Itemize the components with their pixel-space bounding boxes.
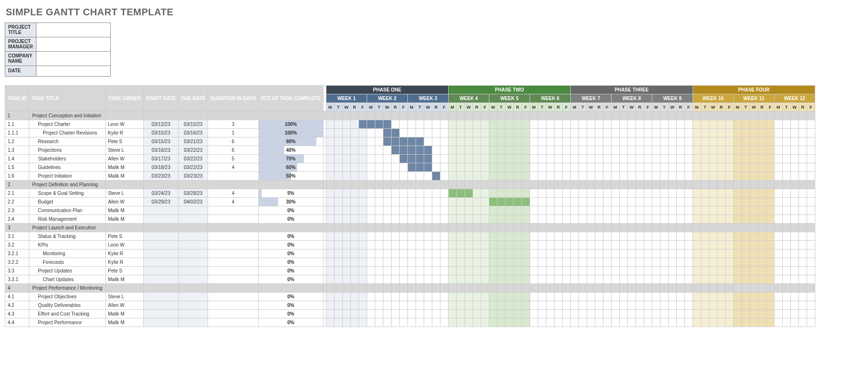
gantt-cell[interactable] <box>448 146 456 155</box>
gantt-cell[interactable] <box>799 163 807 172</box>
gantt-cell[interactable] <box>334 206 342 215</box>
gantt-cell[interactable] <box>521 172 530 181</box>
cell-task-id[interactable]: 3.3 <box>5 267 29 275</box>
gantt-cell[interactable] <box>440 258 448 267</box>
gantt-cell[interactable] <box>546 232 554 241</box>
gantt-cell[interactable] <box>342 232 350 241</box>
gantt-cell[interactable] <box>684 258 693 267</box>
gantt-cell[interactable] <box>456 232 464 241</box>
gantt-cell[interactable] <box>660 310 668 318</box>
gantt-cell[interactable] <box>448 241 456 249</box>
gantt-cell[interactable] <box>725 249 733 258</box>
gantt-cell[interactable] <box>570 172 579 181</box>
gantt-cell[interactable] <box>367 267 375 275</box>
gantt-cell[interactable] <box>758 275 766 284</box>
gantt-cell[interactable] <box>546 146 554 155</box>
gantt-cell[interactable] <box>521 215 530 224</box>
gantt-cell[interactable] <box>807 206 815 215</box>
gantt-cell[interactable] <box>782 129 790 137</box>
gantt-cell[interactable] <box>741 293 750 301</box>
gantt-cell[interactable] <box>750 249 758 258</box>
cell-pct-complete[interactable]: 50% <box>258 172 323 181</box>
gantt-cell[interactable] <box>782 155 790 163</box>
gantt-cell[interactable] <box>619 301 627 310</box>
gantt-cell[interactable] <box>416 137 424 146</box>
gantt-cell[interactable] <box>750 275 758 284</box>
gantt-cell[interactable] <box>652 198 660 206</box>
gantt-cell[interactable] <box>521 293 530 301</box>
gantt-cell[interactable] <box>595 146 603 155</box>
gantt-cell[interactable] <box>570 198 579 206</box>
gantt-cell[interactable] <box>587 198 595 206</box>
gantt-cell[interactable] <box>693 172 701 181</box>
gantt-cell[interactable] <box>481 310 489 318</box>
gantt-cell[interactable] <box>407 198 416 206</box>
gantt-cell[interactable] <box>766 120 774 129</box>
gantt-cell[interactable] <box>432 258 440 267</box>
gantt-cell[interactable] <box>530 129 538 137</box>
gantt-cell[interactable] <box>456 318 464 327</box>
gantt-cell[interactable] <box>473 198 481 206</box>
gantt-cell[interactable] <box>684 189 693 198</box>
gantt-cell[interactable] <box>350 318 359 327</box>
gantt-cell[interactable] <box>790 129 799 137</box>
gantt-cell[interactable] <box>383 120 391 129</box>
gantt-cell[interactable] <box>758 155 766 163</box>
gantt-cell[interactable] <box>473 163 481 172</box>
gantt-cell[interactable] <box>701 215 709 224</box>
gantt-cell[interactable] <box>342 258 350 267</box>
gantt-cell[interactable] <box>774 318 782 327</box>
gantt-cell[interactable] <box>497 310 505 318</box>
gantt-cell[interactable] <box>807 198 815 206</box>
gantt-cell[interactable] <box>383 275 391 284</box>
gantt-cell[interactable] <box>562 241 570 249</box>
gantt-cell[interactable] <box>416 198 424 206</box>
gantt-cell[interactable] <box>416 310 424 318</box>
gantt-cell[interactable] <box>579 249 587 258</box>
cell-task-title[interactable]: Projections <box>29 146 106 155</box>
gantt-cell[interactable] <box>546 301 554 310</box>
gantt-cell[interactable] <box>334 232 342 241</box>
gantt-cell[interactable] <box>758 198 766 206</box>
gantt-cell[interactable] <box>644 275 652 284</box>
gantt-cell[interactable] <box>570 163 579 172</box>
gantt-cell[interactable] <box>481 163 489 172</box>
gantt-cell[interactable] <box>497 215 505 224</box>
gantt-cell[interactable] <box>464 155 473 163</box>
gantt-cell[interactable] <box>750 129 758 137</box>
gantt-cell[interactable] <box>619 146 627 155</box>
gantt-cell[interactable] <box>342 293 350 301</box>
gantt-cell[interactable] <box>530 198 538 206</box>
gantt-cell[interactable] <box>587 129 595 137</box>
gantt-cell[interactable] <box>766 129 774 137</box>
gantt-cell[interactable] <box>627 198 636 206</box>
gantt-cell[interactable] <box>448 189 456 198</box>
gantt-cell[interactable] <box>725 232 733 241</box>
gantt-cell[interactable] <box>611 241 619 249</box>
gantt-cell[interactable] <box>391 301 399 310</box>
gantt-cell[interactable] <box>359 318 367 327</box>
gantt-cell[interactable] <box>774 163 782 172</box>
gantt-cell[interactable] <box>399 310 407 318</box>
cell-task-id[interactable]: 3.2.1 <box>5 249 29 258</box>
gantt-cell[interactable] <box>676 241 684 249</box>
gantt-cell[interactable] <box>350 146 359 155</box>
gantt-cell[interactable] <box>766 310 774 318</box>
cell-task-title[interactable]: KPIs <box>29 241 106 249</box>
gantt-cell[interactable] <box>782 301 790 310</box>
gantt-cell[interactable] <box>587 137 595 146</box>
gantt-cell[interactable] <box>334 301 342 310</box>
gantt-cell[interactable] <box>766 241 774 249</box>
gantt-cell[interactable] <box>505 301 513 310</box>
gantt-cell[interactable] <box>375 120 383 129</box>
gantt-cell[interactable] <box>717 120 725 129</box>
gantt-cell[interactable] <box>489 249 497 258</box>
gantt-cell[interactable] <box>391 206 399 215</box>
gantt-cell[interactable] <box>799 215 807 224</box>
gantt-cell[interactable] <box>464 198 473 206</box>
gantt-cell[interactable] <box>668 232 676 241</box>
gantt-cell[interactable] <box>416 189 424 198</box>
gantt-cell[interactable] <box>399 120 407 129</box>
gantt-cell[interactable] <box>497 163 505 172</box>
gantt-cell[interactable] <box>367 146 375 155</box>
